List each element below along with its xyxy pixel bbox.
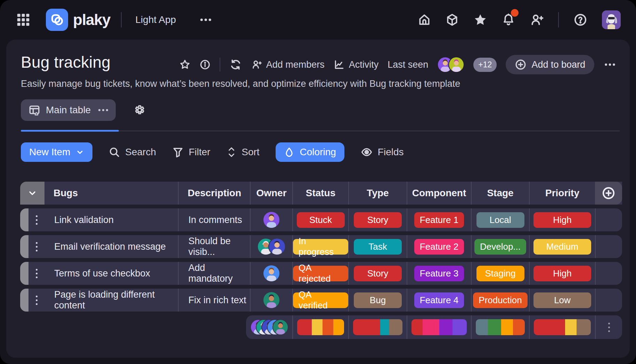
owner-cell[interactable] — [250, 208, 292, 231]
board-settings-gear-icon[interactable] — [133, 104, 146, 117]
stage-badge[interactable]: Staging — [476, 266, 524, 281]
row-drag-handle[interactable] — [20, 262, 28, 285]
search-button[interactable]: Search — [108, 146, 156, 158]
priority-badge[interactable]: High — [533, 212, 591, 228]
activity-label: Activity — [349, 59, 379, 70]
table-row[interactable]: Email verification message Should be vis… — [20, 235, 622, 258]
board-more-icon[interactable] — [603, 63, 617, 67]
bug-description[interactable]: Add mandatory — [178, 262, 250, 285]
coloring-button[interactable]: Coloring — [276, 142, 344, 162]
row-drag-handle[interactable] — [20, 289, 28, 312]
row-menu-icon[interactable] — [36, 269, 38, 278]
summary-stage-distribution[interactable] — [471, 315, 529, 339]
sync-icon[interactable] — [229, 58, 242, 71]
type-badge[interactable]: Story — [354, 266, 402, 281]
sort-button[interactable]: Sort — [226, 146, 259, 158]
column-header-status[interactable]: Status — [292, 182, 348, 205]
actions-divider — [220, 58, 220, 72]
stage-badge[interactable]: Production — [473, 292, 527, 308]
more-members-badge[interactable]: +12 — [473, 58, 497, 72]
table-toolbar: New Item Search Filter Sort Coloring — [21, 142, 404, 162]
stage-badge[interactable]: Local — [476, 212, 524, 228]
row-menu-icon[interactable] — [36, 296, 38, 305]
row-spacer-cell — [595, 262, 622, 285]
home-icon[interactable] — [418, 13, 431, 26]
bug-title[interactable]: Link validation — [44, 208, 178, 231]
status-badge[interactable]: QA verified — [293, 292, 348, 308]
add-column-button[interactable] — [595, 182, 622, 205]
row-menu-icon[interactable] — [36, 242, 38, 251]
invite-user-icon[interactable] — [530, 13, 544, 27]
status-badge[interactable]: Stuck — [297, 212, 345, 228]
priority-badge[interactable]: Medium — [533, 239, 591, 255]
summary-type-distribution[interactable] — [348, 315, 407, 339]
summary-status-distribution[interactable] — [292, 315, 348, 339]
stage-badge[interactable]: Develop... — [474, 239, 526, 255]
column-header-stage[interactable]: Stage — [471, 182, 529, 205]
row-menu-icon[interactable] — [36, 215, 38, 225]
add-to-board-button[interactable]: Add to board — [506, 55, 594, 74]
type-badge[interactable]: Task — [354, 239, 402, 255]
column-header-priority[interactable]: Priority — [529, 182, 595, 205]
summary-menu-icon[interactable] — [595, 315, 622, 339]
row-spacer-cell — [595, 235, 622, 258]
bug-title[interactable]: Page is loading different content — [44, 289, 178, 312]
component-badge[interactable]: Feature 2 — [414, 239, 464, 255]
owner-cell[interactable] — [250, 235, 292, 258]
type-badge[interactable]: Bug — [354, 292, 402, 308]
owner-cell[interactable] — [250, 262, 292, 285]
type-badge[interactable]: Story — [354, 212, 402, 228]
avatar — [272, 319, 288, 335]
bug-title[interactable]: Email verification message — [44, 235, 178, 258]
last-seen-avatars[interactable] — [437, 57, 464, 73]
owner-cell[interactable] — [250, 289, 292, 312]
workspace-name[interactable]: Light App — [136, 14, 176, 25]
column-header-description[interactable]: Description — [178, 182, 250, 205]
status-badge[interactable]: QA rejected — [293, 266, 348, 281]
filter-button[interactable]: Filter — [172, 146, 210, 158]
row-drag-handle[interactable] — [20, 208, 28, 231]
favorites-star-icon[interactable] — [473, 13, 487, 27]
summary-component-distribution[interactable] — [407, 315, 471, 339]
sort-icon — [226, 146, 237, 158]
new-item-button[interactable]: New Item — [21, 142, 92, 162]
notifications-bell-icon[interactable] — [502, 13, 515, 26]
bug-description[interactable]: Should be visib... — [178, 235, 250, 258]
component-badge[interactable]: Feature 3 — [414, 266, 464, 281]
droplet-icon — [284, 147, 294, 158]
summary-owners[interactable] — [246, 315, 292, 339]
priority-badge[interactable]: High — [533, 266, 591, 281]
table-row[interactable]: Link validation In comments Stuck Story … — [20, 208, 622, 231]
table-row[interactable]: Page is loading different content Fix in… — [20, 289, 622, 312]
component-badge[interactable]: Feature 4 — [414, 292, 464, 308]
add-members-button[interactable]: Add members — [251, 59, 325, 70]
bug-description[interactable]: In comments — [178, 208, 250, 231]
status-badge[interactable]: In progress — [293, 239, 348, 255]
apps-grid-icon[interactable] — [15, 12, 31, 28]
column-header-type[interactable]: Type — [348, 182, 407, 205]
user-avatar[interactable] — [602, 10, 621, 29]
priority-badge[interactable]: Low — [533, 292, 591, 308]
plaky-logo-icon[interactable] — [46, 9, 68, 31]
collapse-group-button[interactable] — [20, 182, 44, 205]
bug-title[interactable]: Terms of use checkbox — [44, 262, 178, 285]
column-header-owner[interactable]: Owner — [250, 182, 292, 205]
column-header-bugs[interactable]: Bugs — [44, 182, 178, 205]
help-icon[interactable] — [573, 13, 587, 27]
view-tabs: Main table — [21, 99, 146, 121]
tab-options-icon[interactable] — [98, 109, 108, 111]
favorite-board-star-icon[interactable] — [179, 59, 190, 70]
summary-priority-distribution[interactable] — [529, 315, 595, 339]
topbar-more-icon[interactable] — [199, 18, 213, 22]
column-header-component[interactable]: Component — [407, 182, 471, 205]
row-drag-handle[interactable] — [20, 235, 28, 258]
activity-button[interactable]: Activity — [334, 59, 379, 70]
boards-cube-icon[interactable] — [446, 13, 459, 26]
bug-description[interactable]: Fix in rich text — [178, 289, 250, 312]
fields-button[interactable]: Fields — [360, 146, 404, 158]
table-row[interactable]: Terms of use checkbox Add mandatory QA r… — [20, 262, 622, 285]
tab-main-table[interactable]: Main table — [21, 99, 116, 121]
component-badge[interactable]: Feature 1 — [414, 212, 464, 228]
board-info-icon[interactable] — [199, 59, 211, 70]
topbar-divider — [121, 12, 122, 27]
